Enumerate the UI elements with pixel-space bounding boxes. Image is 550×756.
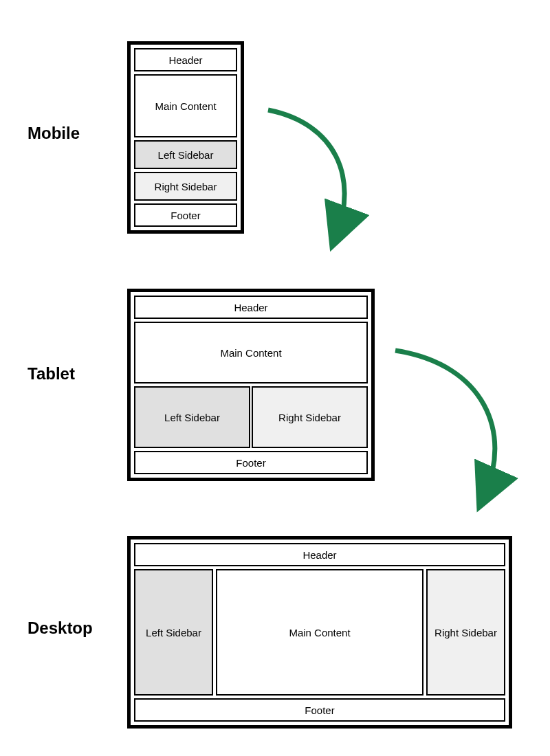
- tablet-right-sidebar: Right Sidebar: [252, 386, 368, 448]
- label-tablet: Tablet: [28, 364, 75, 383]
- desktop-main: Main Content: [216, 569, 424, 696]
- desktop-footer: Footer: [134, 698, 505, 722]
- tablet-header: Header: [134, 296, 368, 319]
- mobile-footer: Footer: [134, 203, 237, 227]
- device-desktop: Header Left Sidebar Main Content Right S…: [127, 536, 512, 729]
- tablet-left-sidebar: Left Sidebar: [134, 386, 250, 448]
- label-desktop: Desktop: [28, 619, 93, 638]
- mobile-right-sidebar: Right Sidebar: [134, 172, 237, 201]
- device-tablet: Header Main Content Left Sidebar Right S…: [127, 289, 375, 481]
- label-mobile: Mobile: [28, 124, 80, 143]
- desktop-left-sidebar: Left Sidebar: [134, 569, 213, 696]
- mobile-main: Main Content: [134, 74, 237, 137]
- mobile-header: Header: [134, 48, 237, 71]
- desktop-right-sidebar: Right Sidebar: [426, 569, 505, 696]
- arrow-tablet-to-desktop-icon: [382, 337, 533, 515]
- desktop-header: Header: [134, 543, 505, 566]
- tablet-footer: Footer: [134, 451, 368, 474]
- arrow-mobile-to-tablet-icon: [254, 96, 378, 254]
- tablet-main: Main Content: [134, 322, 368, 383]
- device-mobile: Header Main Content Left Sidebar Right S…: [127, 41, 244, 234]
- mobile-left-sidebar: Left Sidebar: [134, 140, 237, 169]
